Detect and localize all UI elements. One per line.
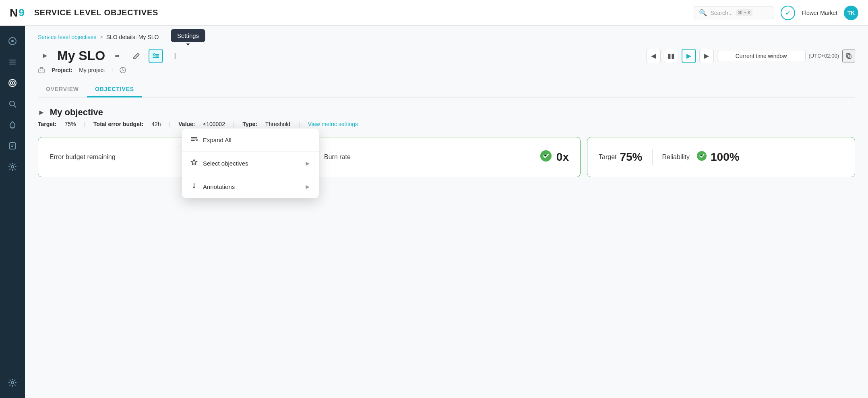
edit-icon-button[interactable] <box>129 49 144 63</box>
breadcrumb-current: SLO details: My SLO <box>106 34 159 40</box>
next-button[interactable]: ▶ <box>699 49 714 63</box>
reliability-label: Reliability <box>662 153 690 162</box>
burn-rate-label: Burn rate <box>324 153 351 162</box>
view-metric-settings-link[interactable]: View metric settings <box>308 121 358 127</box>
sidebar-item-dashboard[interactable] <box>4 32 21 50</box>
dropdown-expand-all[interactable]: Expand All <box>182 129 319 152</box>
svg-rect-13 <box>11 146 13 147</box>
logo-nine: 9 <box>19 6 24 19</box>
divider: | <box>112 67 113 73</box>
more-options-button[interactable] <box>168 49 182 63</box>
svg-rect-12 <box>11 145 14 145</box>
pause-button[interactable]: ▮▮ <box>664 49 678 63</box>
svg-point-20 <box>157 55 158 57</box>
slo-header: ► My SLO Settings ◀ ▮▮ ▶ ▶ Curre <box>38 48 855 63</box>
slo-title: My SLO <box>57 48 105 63</box>
project-label: Project: <box>52 67 72 73</box>
sidebar-item-reports[interactable] <box>4 137 21 155</box>
svg-point-10 <box>12 127 13 129</box>
target-reliability-values: Target 75% Reliability 100% <box>599 149 740 165</box>
burn-rate-value: 0x <box>556 151 569 164</box>
breadcrumb: Service level objectives > SLO details: … <box>38 34 855 40</box>
target-value-card: 75% <box>620 151 642 164</box>
type-label: Type: <box>243 121 257 127</box>
svg-rect-4 <box>9 64 16 64</box>
type-value: Threshold <box>265 121 290 127</box>
tab-objectives[interactable]: OBJECTIVES <box>87 82 142 97</box>
target-value: 75% <box>64 121 76 127</box>
search-icon: 🔍 <box>699 9 707 17</box>
reliability-check-icon <box>696 150 707 164</box>
sidebar <box>0 26 25 398</box>
annotations-label: Annotations <box>203 183 300 190</box>
playback-area: ◀ ▮▮ ▶ ▶ Current time window (UTC+02:00) <box>646 49 856 63</box>
value-value: ≤100002 <box>203 121 225 127</box>
link-icon-button[interactable] <box>110 49 124 63</box>
reliability-block: Reliability 100% <box>662 150 740 164</box>
tab-overview[interactable]: OVERVIEW <box>38 82 87 97</box>
sidebar-item-alerts[interactable] <box>4 116 21 134</box>
project-value: My project <box>79 67 105 73</box>
target-label-card: Target <box>599 153 616 162</box>
error-budget-value: 42h <box>151 121 161 127</box>
layout: Service level objectives > SLO details: … <box>0 26 868 398</box>
prev-button[interactable]: ◀ <box>646 49 661 63</box>
svg-rect-26 <box>39 69 44 73</box>
svg-rect-3 <box>9 62 16 62</box>
select-objectives-label: Select objectives <box>203 160 300 167</box>
svg-point-28 <box>42 70 43 71</box>
topnav: N9 SERVICE LEVEL OBJECTIVES 🔍 Search... … <box>0 0 868 26</box>
reliability-value: 100% <box>711 151 740 164</box>
sidebar-item-global-settings[interactable] <box>4 374 21 392</box>
logo-n: N <box>10 6 18 19</box>
time-window-label: Current time window <box>717 50 806 62</box>
svg-point-22 <box>175 55 176 56</box>
svg-point-1 <box>11 40 14 42</box>
objective-section: ► My objective Target: 75% | Total error… <box>38 107 855 177</box>
objective-title: My objective <box>50 107 103 118</box>
sidebar-item-objectives[interactable] <box>4 74 21 92</box>
sidebar-bottom <box>4 374 21 392</box>
burn-rate-card: Burn rate 0x <box>312 137 581 177</box>
play-button[interactable]: ▶ <box>682 49 696 63</box>
org-name: Flower Market <box>802 10 837 16</box>
project-row: Project: My project | <box>38 66 855 74</box>
tabs: OVERVIEW OBJECTIVES <box>38 82 855 97</box>
copy-button[interactable] <box>842 50 855 62</box>
breadcrumb-separator: > <box>100 34 103 40</box>
svg-point-23 <box>175 57 176 58</box>
svg-rect-2 <box>9 60 16 60</box>
metric-cards: Error budget remaining 100% 42h Burn rat… <box>38 137 855 177</box>
topnav-right: 🔍 Search... ⌘ + K ✓ Flower Market TK <box>694 6 858 20</box>
avatar[interactable]: TK <box>844 6 858 20</box>
check-circle-icon[interactable]: ✓ <box>781 6 795 20</box>
annotations-chevron: ► <box>304 183 311 191</box>
dropdown-select-objectives[interactable]: Select objectives ► <box>182 152 319 175</box>
svg-rect-11 <box>10 143 15 149</box>
page-title: SERVICE LEVEL OBJECTIVES <box>34 8 159 17</box>
target-reliability-card: Target 75% Reliability 100% <box>587 137 855 177</box>
settings-icon-button[interactable] <box>149 49 163 63</box>
value-label: Value: <box>178 121 195 127</box>
search-kbd: ⌘ + K <box>736 9 752 16</box>
sidebar-item-list[interactable] <box>4 53 21 71</box>
objective-header: ► My objective <box>38 107 855 118</box>
svg-rect-18 <box>153 57 159 58</box>
dropdown-annotations[interactable]: Annotations ► <box>182 175 319 198</box>
svg-point-7 <box>12 82 13 84</box>
svg-point-30 <box>193 187 195 188</box>
svg-point-15 <box>11 381 14 384</box>
expand-all-label: Expand All <box>203 137 311 143</box>
breadcrumb-link[interactable]: Service level objectives <box>38 34 97 40</box>
sidebar-item-search[interactable] <box>4 95 21 113</box>
search-box[interactable]: 🔍 Search... ⌘ + K <box>694 6 774 19</box>
select-objectives-icon <box>190 158 198 168</box>
dropdown-menu: Expand All Select objectives ► Annotatio… <box>182 129 319 198</box>
burn-rate-check-icon <box>539 149 552 165</box>
objective-collapse-button[interactable]: ► <box>38 108 45 117</box>
expand-slo-button[interactable]: ► <box>38 49 52 63</box>
target-sep <box>652 149 653 165</box>
svg-rect-25 <box>846 54 850 57</box>
annotations-icon <box>190 182 198 192</box>
sidebar-item-settings[interactable] <box>4 158 21 176</box>
